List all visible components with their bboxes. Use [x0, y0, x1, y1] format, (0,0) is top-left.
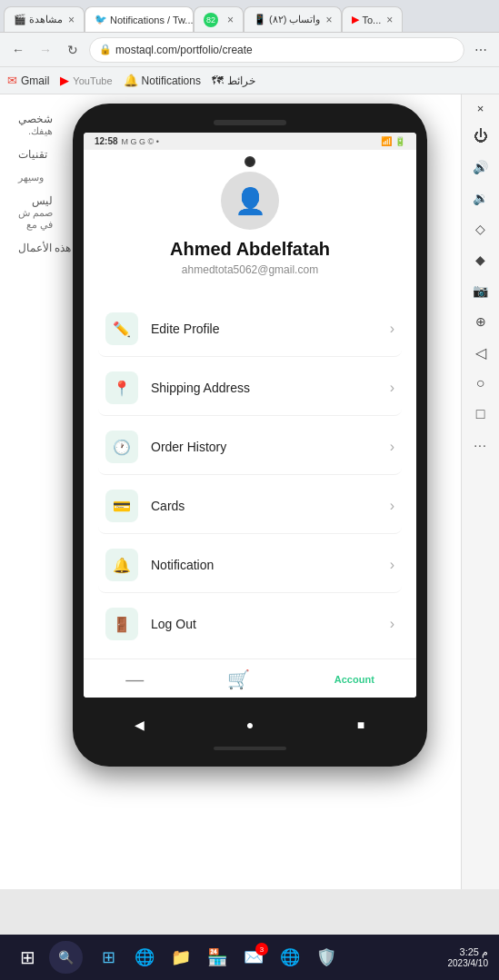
phone-bottom-line: [84, 747, 416, 750]
store-icon[interactable]: 🏪: [201, 941, 234, 974]
shipping-arrow: ›: [390, 380, 394, 396]
youtube-icon: ▶: [60, 74, 69, 87]
status-bar: 12:58 M G G © • 📶 🔋: [84, 133, 416, 150]
bottom-nav-account[interactable]: Account: [334, 674, 374, 685]
bg-text-5: هذه الأعمال: [18, 242, 71, 254]
tab-whatsapp[interactable]: 📱 (٨٢) واتساب ×: [244, 6, 342, 32]
url-bar[interactable]: 🔒 mostaql.com/portfolio/create: [89, 37, 464, 63]
order-history-icon: 🕐: [113, 439, 131, 456]
edit-profile-label: Edite Profile: [151, 322, 390, 336]
eraser-icon[interactable]: ◆: [467, 246, 494, 273]
notification-label: Notification: [151, 558, 390, 572]
files-icon[interactable]: 📁: [165, 941, 197, 974]
bg-text-2: تقنيات: [18, 148, 47, 161]
search-taskbar-icon[interactable]: 🔍: [49, 941, 83, 974]
bottom-home-icon: —: [125, 669, 144, 690]
notification-arrow: ›: [390, 557, 394, 573]
more-options-icon[interactable]: ···: [467, 431, 494, 459]
tab-watching[interactable]: 🎬 مشاهدة ×: [4, 6, 85, 32]
side-panel-close-button[interactable]: ×: [477, 102, 484, 115]
bookmarks-bar: ✉ Gmail ▶ YouTube 🔔 Notifications 🗺 خرائ…: [0, 67, 499, 94]
bottom-nav-cart[interactable]: 🛒: [227, 668, 250, 690]
extensions-button[interactable]: ⋯: [470, 39, 492, 61]
phone-top-bar: [84, 120, 416, 125]
tab-notifications[interactable]: 🐦 Notifications / Tw... ×: [85, 6, 194, 32]
phone-recent-button[interactable]: ■: [348, 712, 374, 737]
menu-item-edit-profile[interactable]: ✏️ Edite Profile ›: [98, 302, 402, 357]
phone-home-button[interactable]: ●: [237, 712, 263, 737]
notification-bookmark-icon: 🔔: [124, 74, 138, 87]
maps-icon: 🗺: [212, 74, 224, 87]
volume-down-icon[interactable]: 🔉: [467, 184, 494, 212]
menu-item-shipping-address[interactable]: 📍 Shipping Address ›: [98, 361, 402, 416]
menu-item-cards[interactable]: 💳 Cards ›: [98, 479, 402, 534]
bottom-nav-home[interactable]: —: [125, 669, 144, 690]
tab-close-5[interactable]: ×: [386, 14, 393, 26]
phone-screen: 12:58 M G G © • 📶 🔋 👤 Ahm: [84, 133, 416, 698]
cards-icon-wrap: 💳: [105, 490, 138, 522]
bg-text-4: ليس صمم ش في مع: [18, 194, 53, 231]
bottom-nav: — 🛒 Account: [84, 658, 416, 698]
tab-youtube[interactable]: ▶ To... ×: [342, 6, 403, 32]
cards-arrow: ›: [390, 498, 394, 514]
volume-up-icon[interactable]: 🔊: [467, 153, 494, 181]
phone-speaker: [214, 120, 286, 125]
tab-whatsapp-badge[interactable]: 82 ×: [194, 6, 244, 32]
menu-item-order-history[interactable]: 🕐 Order History ›: [98, 420, 402, 475]
phone-nav-buttons: ◀ ● ■: [84, 703, 416, 743]
bookmark-maps[interactable]: 🗺 خرائط: [212, 74, 255, 87]
back-nav-icon[interactable]: ◁: [467, 339, 494, 366]
zoom-in-icon[interactable]: ⊕: [467, 308, 494, 335]
cart-icon: 🛒: [227, 668, 250, 690]
mail-icon[interactable]: ✉️ 3: [237, 941, 270, 974]
taskbar-icons: ⊞ 🌐 📁 🏪 ✉️ 3 🌐 🛡️: [92, 941, 343, 974]
home-nav-icon[interactable]: ○: [467, 370, 494, 397]
search-icon-taskbar: 🔍: [58, 950, 74, 965]
taskview-icon[interactable]: ⊞: [92, 941, 125, 974]
taskbar: ⊞ 🔍 ⊞ 🌐 📁 🏪 ✉️ 3 🌐 🛡️ 3:25 م 2023/4/10: [0, 935, 499, 980]
menu-item-logout[interactable]: 🚪 Log Out ›: [98, 597, 402, 651]
power-icon[interactable]: ⏻: [467, 123, 494, 150]
bookmark-gmail[interactable]: ✉ Gmail: [7, 74, 49, 87]
shipping-icon: 📍: [113, 380, 131, 397]
tab-close-3[interactable]: ×: [227, 14, 234, 26]
bookmark-notifications[interactable]: 🔔 Notifications: [124, 74, 201, 87]
browser-tabs: 🎬 مشاهدة × 🐦 Notifications / Tw... × 82 …: [0, 0, 499, 33]
edge-icon[interactable]: 🌐: [128, 941, 161, 974]
taskbar-time: 3:25 م 2023/4/10: [448, 946, 489, 968]
account-icon: Account: [334, 674, 374, 685]
main-content: شخصي هيفك. تقنيات وسيهر ليس صمم ش في مع …: [0, 94, 499, 889]
forward-button[interactable]: →: [35, 39, 56, 61]
phone-device: 12:58 M G G © • 📶 🔋 👤 Ahm: [73, 104, 427, 767]
notification-icon-wrap: 🔔: [105, 549, 138, 581]
shipping-label: Shipping Address: [151, 381, 390, 395]
browser-bar: ← → ↻ 🔒 mostaql.com/portfolio/create ⋯: [0, 33, 499, 67]
phone-back-button[interactable]: ◀: [126, 712, 152, 737]
order-history-label: Order History: [151, 440, 390, 454]
bookmark-youtube[interactable]: ▶ YouTube: [60, 74, 112, 87]
back-button[interactable]: ←: [7, 39, 29, 61]
tab-close-1[interactable]: ×: [68, 14, 75, 26]
status-icons: M G G © •: [122, 137, 159, 146]
cards-label: Cards: [151, 499, 390, 513]
start-button[interactable]: ⊞: [11, 941, 44, 974]
edit-profile-icon: ✏️: [113, 321, 131, 338]
menu-item-notification[interactable]: 🔔 Notification ›: [98, 538, 402, 593]
chrome-icon[interactable]: 🌐: [274, 941, 306, 974]
lock-icon: 🔒: [99, 44, 112, 55]
camera-icon[interactable]: 📷: [467, 277, 494, 304]
wifi-icon: 📶: [381, 136, 392, 146]
edit-profile-icon-wrap: ✏️: [105, 312, 138, 345]
tab-close-4[interactable]: ×: [325, 14, 332, 26]
profile-name: Ahmed Abdelfatah: [170, 239, 330, 260]
status-right: 📶 🔋: [381, 136, 405, 146]
notification-menu-icon: 🔔: [113, 557, 131, 574]
square-nav-icon[interactable]: □: [467, 401, 494, 428]
refresh-button[interactable]: ↻: [62, 39, 84, 61]
logout-icon-wrap: 🚪: [105, 608, 138, 640]
profile-section: 👤 Ahmed Abdelfatah ahmedtota5062@gmail.c…: [84, 150, 416, 294]
logout-icon: 🚪: [113, 616, 131, 633]
erase-icon[interactable]: ◇: [467, 215, 494, 243]
antivirus-icon[interactable]: 🛡️: [310, 941, 343, 974]
order-icon-wrap: 🕐: [105, 431, 138, 463]
